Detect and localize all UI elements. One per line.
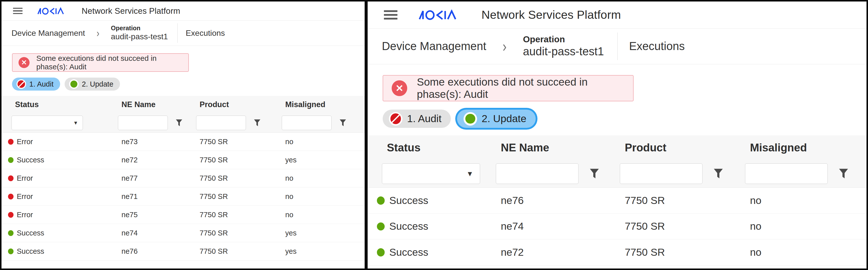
table-row[interactable]: Successne747750 SRno [368,214,867,240]
x-circle-icon: ✕ [392,80,407,96]
breadcrumb: Device Management › Operation audit-pass… [368,29,867,64]
status-text: Success [390,195,429,206]
hamburger-icon[interactable] [384,10,397,19]
status-text: Success [390,221,429,232]
product-filter-input[interactable] [196,115,246,130]
table-row[interactable]: Errorne717750 SRno [1,188,365,206]
top-bar: Network Services Platform [368,1,867,29]
misaligned-cell: yes [272,247,365,256]
status-text: Error [17,211,33,219]
phase-tab-audit[interactable]: 1. Audit [383,110,451,128]
product-filter-input[interactable] [620,163,703,184]
green-dot-icon [377,248,385,257]
product-cell: 7750 SR [606,221,731,232]
misaligned-cell: yes [272,156,365,164]
ne-name-cell: ne75 [108,211,186,219]
ne-name-filter-input[interactable] [118,115,168,130]
table-row[interactable]: Errorne777750 SRno [1,169,365,188]
status-filter-select[interactable]: ▼ [11,115,83,130]
table-row[interactable]: Successne767750 SRno [368,188,867,214]
breadcrumb-device-management[interactable]: Device Management [11,29,85,38]
phase-tab-label: 1. Audit [29,80,54,88]
green-dot-icon [8,157,13,163]
red-slashed-circle-icon [389,112,402,126]
chevron-right-icon: › [96,27,99,39]
table-row[interactable]: Errorne737750 SRno [1,133,365,151]
misaligned-filter-input[interactable] [282,115,332,130]
breadcrumb-device-management[interactable]: Device Management [382,40,486,53]
phase-tabs: 1. Audit 2. Update [383,110,867,128]
breadcrumb-divider [617,33,618,60]
phase-tab-audit[interactable]: 1. Audit [12,77,60,91]
status-text: Error [17,193,33,201]
ne-name-cell: ne74 [482,221,606,232]
red-dot-icon [8,194,13,199]
product-cell: 7750 SR [606,195,731,206]
green-dot-icon [464,112,477,126]
misaligned-cell: no [272,174,365,182]
status-cell: Success [1,156,108,164]
product-cell: 7750 SR [186,211,272,219]
nokia-logo [37,7,66,15]
operation-label: Operation [523,34,604,45]
status-text: Success [17,229,44,237]
table-header-row: Status NE Name Product Misaligned [368,135,867,160]
misaligned-filter-input[interactable] [745,163,828,184]
status-cell: Success [1,229,108,237]
funnel-icon[interactable] [838,168,849,180]
hamburger-icon[interactable] [13,8,23,14]
green-dot-icon [8,248,13,254]
product-cell: 7750 SR [606,246,731,258]
ne-name-cell: ne71 [108,193,186,201]
ne-name-cell: ne74 [108,229,186,237]
phase-tab-label: 1. Audit [407,113,441,125]
funnel-icon[interactable] [713,168,724,180]
status-cell: Error [1,138,108,146]
ne-name-cell: ne73 [108,138,186,146]
breadcrumb-executions: Executions [629,40,685,53]
misaligned-cell: no [272,138,365,146]
ne-name-cell: ne76 [482,195,606,206]
misaligned-cell: no [272,211,365,219]
caret-down-icon: ▼ [73,120,78,126]
status-text: Error [17,138,33,146]
status-cell: Error [1,193,108,201]
phase-tab-label: 2. Update [482,113,526,125]
table-row[interactable]: Successne727750 SRno [368,239,867,266]
product-cell: 7750 SR [186,138,272,146]
phase-tab-update[interactable]: 2. Update [457,110,535,128]
ne-name-cell: ne77 [108,174,186,182]
red-dot-icon [8,139,13,145]
misaligned-cell: no [731,195,867,206]
operation-name: audit-pass-test1 [523,45,604,58]
funnel-icon[interactable] [175,119,183,127]
column-header-misaligned: Misaligned [731,141,867,154]
phase-tab-update[interactable]: 2. Update [65,77,120,91]
chevron-right-icon: › [503,37,507,55]
funnel-icon[interactable] [339,119,347,127]
status-text: Success [390,246,429,258]
table-row[interactable]: Successne747750 SRyes [1,224,365,242]
product-cell: 7750 SR [186,156,272,164]
status-cell: Success [1,247,108,256]
operation-label: Operation [111,25,168,32]
column-header-product: Product [186,100,272,109]
ne-name-cell: ne72 [482,246,606,258]
misaligned-cell: yes [272,229,365,237]
product-cell: 7750 SR [186,193,272,201]
breadcrumb-executions: Executions [186,29,225,38]
app-title: Network Services Platform [481,8,621,22]
table-row[interactable]: Successne767750 SRyes [1,242,365,261]
funnel-icon[interactable] [253,119,261,127]
ne-name-filter-input[interactable] [496,163,579,184]
table-row[interactable]: Successne727750 SRyes [1,151,365,169]
table-row[interactable]: Errorne757750 SRno [1,206,365,224]
status-text: Error [17,174,33,182]
green-dot-icon [8,230,13,236]
breadcrumb-operation: Operation audit-pass-test1 [523,34,604,58]
funnel-icon[interactable] [589,168,600,180]
status-filter-select[interactable]: ▼ [382,163,480,184]
table-filter-row: ▼ [1,113,365,133]
column-header-status: Status [368,141,482,154]
caret-down-icon: ▼ [466,170,473,178]
